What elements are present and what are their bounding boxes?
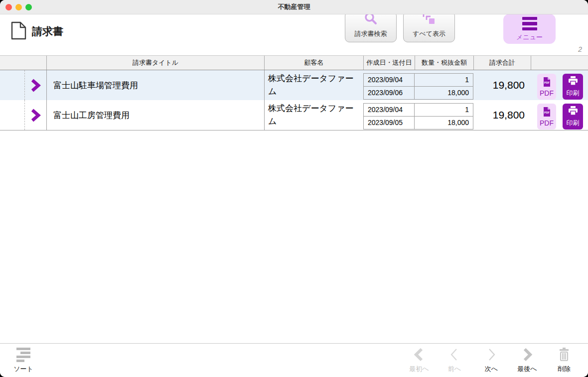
page-title: 請求書	[32, 24, 63, 38]
print-label: 印刷	[567, 119, 580, 127]
column-header-title: 請求書タイトル	[46, 56, 264, 70]
open-record-chevron-icon[interactable]	[29, 109, 41, 124]
printer-icon	[568, 76, 579, 87]
next-record-button[interactable]: 次へ	[473, 347, 509, 374]
column-header-actions	[531, 56, 588, 70]
created-date: 2023/09/04	[364, 74, 414, 87]
column-header-qty: 数量・税抜金額	[415, 56, 473, 70]
titlebar: 不動産管理	[0, 0, 588, 14]
pdf-button[interactable]: PDF PDF	[537, 104, 556, 129]
sent-date: 2023/09/06	[364, 87, 414, 100]
customer-name: 株式会社データファーム	[268, 100, 360, 130]
layout-boundary-dashed-line	[24, 70, 25, 100]
show-all-label: すべて表示	[413, 29, 445, 38]
menu-button[interactable]: メニュー	[503, 14, 556, 44]
quantity: 1	[415, 74, 473, 87]
sort-button[interactable]: ソート	[5, 347, 41, 374]
svg-text:PDF: PDF	[544, 81, 550, 84]
first-record-button[interactable]: 最初へ	[401, 347, 437, 374]
next-label: 次へ	[485, 365, 498, 374]
table-row[interactable]: 富士山駐車場管理費用 株式会社データファーム 2023/09/04 2023/0…	[0, 70, 588, 101]
printer-icon	[568, 106, 579, 117]
chevron-right-thin-icon	[486, 347, 497, 362]
invoice-total: 19,800	[473, 100, 525, 130]
last-label: 最後へ	[517, 365, 537, 374]
amount-ex-tax: 18,000	[415, 87, 473, 100]
qty-amount-cell: 1 18,000	[415, 103, 473, 129]
delete-label: 削除	[558, 365, 571, 374]
print-button[interactable]: 印刷	[563, 104, 583, 129]
invoice-search-label: 請求書検索	[355, 29, 387, 38]
document-icon	[11, 21, 26, 42]
layout-boundary-dashed-line	[24, 100, 25, 130]
delete-record-button[interactable]: 削除	[546, 347, 582, 374]
column-header-dates: 作成日・送付日	[363, 56, 415, 70]
invoice-title: 富士山工房管理費用	[53, 100, 130, 130]
bottom-toolbar: ソート 最初へ 前へ 次へ	[0, 343, 588, 377]
app-window: 不動産管理 請求書 請求書検索 すべて表示	[0, 0, 588, 377]
sort-label: ソート	[13, 365, 33, 374]
menu-label: メニュー	[516, 33, 543, 42]
record-count: 2	[578, 45, 582, 53]
invoice-total: 19,800	[473, 70, 525, 100]
created-date: 2023/09/04	[364, 104, 414, 117]
first-label: 最初へ	[409, 365, 429, 374]
pdf-label: PDF	[540, 89, 554, 97]
dates-cell: 2023/09/04 2023/09/05	[363, 103, 415, 129]
close-window-button[interactable]	[5, 4, 12, 10]
chevron-left-bold-icon	[414, 347, 425, 362]
last-record-button[interactable]: 最後へ	[509, 347, 545, 374]
sent-date: 2023/09/05	[364, 117, 414, 129]
chevron-left-thin-icon	[449, 347, 460, 362]
pdf-label: PDF	[540, 119, 554, 127]
customer-name: 株式会社データファーム	[268, 70, 360, 100]
invoice-search-button[interactable]: 請求書検索	[345, 11, 397, 42]
trash-icon	[558, 347, 571, 362]
previous-record-button[interactable]: 前へ	[437, 347, 472, 374]
prev-label: 前へ	[448, 365, 461, 374]
amount-ex-tax: 18,000	[415, 117, 473, 129]
zoom-window-button[interactable]	[25, 4, 32, 10]
window-title: 不動産管理	[0, 0, 588, 14]
column-header-marker	[0, 56, 46, 70]
qty-amount-cell: 1 18,000	[415, 73, 473, 100]
pdf-file-icon: PDF	[542, 107, 552, 119]
table-row[interactable]: 富士山工房管理費用 株式会社データファーム 2023/09/04 2023/09…	[0, 100, 588, 130]
open-record-chevron-icon[interactable]	[29, 79, 41, 94]
svg-text:PDF: PDF	[544, 111, 550, 114]
minimize-window-button[interactable]	[15, 4, 22, 10]
table-header-row: 請求書タイトル 顧客名 作成日・送付日 数量・税抜金額 請求合計	[0, 55, 588, 70]
print-label: 印刷	[567, 89, 580, 98]
show-all-button[interactable]: すべて表示	[403, 11, 455, 42]
column-header-total: 請求合計	[473, 56, 531, 70]
pdf-file-icon: PDF	[542, 77, 552, 89]
pdf-button[interactable]: PDF PDF	[537, 74, 556, 100]
hamburger-icon	[522, 17, 537, 31]
quantity: 1	[415, 104, 473, 117]
column-header-customer: 顧客名	[264, 56, 363, 70]
sort-icon	[16, 347, 30, 362]
dates-cell: 2023/09/04 2023/09/06	[363, 73, 415, 100]
print-button[interactable]: 印刷	[563, 74, 583, 100]
invoice-title: 富士山駐車場管理費用	[53, 70, 138, 100]
chevron-right-bold-icon	[522, 347, 533, 362]
